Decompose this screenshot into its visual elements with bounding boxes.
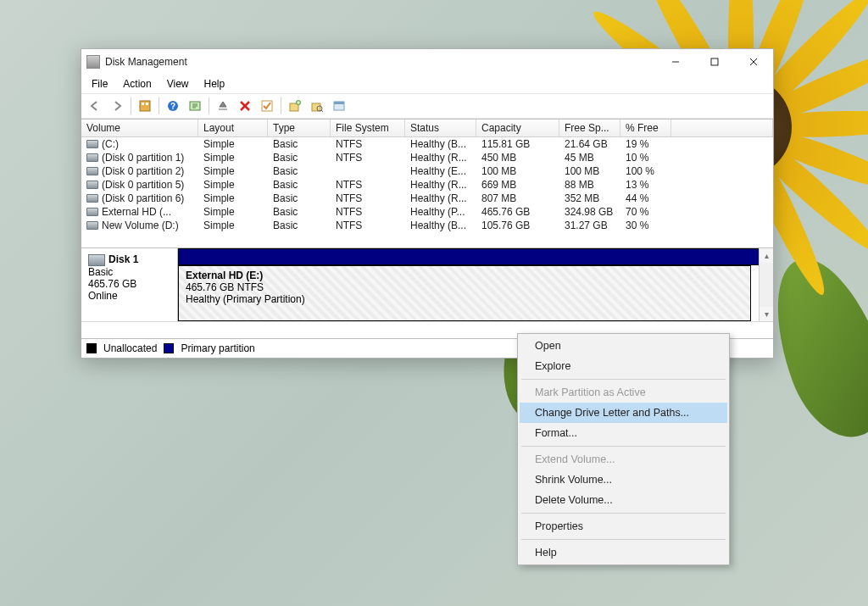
volume-cell: New Volume (D:) <box>81 219 198 232</box>
volume-cell: 105.76 GB <box>476 219 559 232</box>
volume-cell: Basic <box>268 178 331 192</box>
volume-cell: Basic <box>268 192 331 205</box>
volume-cell: 30 % <box>620 219 671 232</box>
disk-type: Basic <box>88 266 170 278</box>
volume-cell: Healthy (B... <box>405 137 476 151</box>
volume-cell: Simple <box>198 192 268 205</box>
volume-cell: 100 MB <box>476 164 559 178</box>
volume-cell: (Disk 0 partition 2) <box>81 164 198 178</box>
col-filesystem[interactable]: File System <box>331 120 405 136</box>
volume-cell: NTFS <box>331 219 405 232</box>
volume-cell: 31.27 GB <box>559 219 620 232</box>
volume-row[interactable]: External HD (...SimpleBasicNTFSHealthy (… <box>81 205 773 219</box>
volume-cell: 21.64 GB <box>559 137 620 151</box>
check-icon[interactable] <box>257 97 277 115</box>
menu-view[interactable]: View <box>160 76 196 92</box>
col-status[interactable]: Status <box>405 120 476 136</box>
volume-cell: NTFS <box>331 192 405 205</box>
volume-icon <box>86 140 98 148</box>
volume-cell <box>671 178 773 192</box>
volume-list: Volume Layout Type File System Status Ca… <box>81 119 773 232</box>
context-menu-item[interactable]: Properties <box>520 516 727 537</box>
search-icon[interactable] <box>307 97 327 115</box>
new-icon[interactable] <box>285 97 305 115</box>
context-menu-item: Mark Partition as Active <box>520 382 727 403</box>
partition-box[interactable]: External HD (E:) 465.76 GB NTFS Healthy … <box>178 265 751 321</box>
col-type[interactable]: Type <box>268 120 331 136</box>
volume-row[interactable]: (Disk 0 partition 1)SimpleBasicNTFSHealt… <box>81 151 773 164</box>
maximize-button[interactable] <box>695 49 734 75</box>
context-menu-item[interactable]: Format... <box>520 423 727 443</box>
volume-cell: 115.81 GB <box>476 137 559 151</box>
volume-cell: (Disk 0 partition 5) <box>81 178 198 192</box>
eject-icon[interactable] <box>213 97 233 115</box>
volume-row[interactable]: (Disk 0 partition 5)SimpleBasicNTFSHealt… <box>81 178 773 192</box>
volume-cell: NTFS <box>331 205 405 219</box>
svg-line-19 <box>321 110 323 112</box>
col-pctfree[interactable]: % Free <box>620 120 671 136</box>
context-menu-separator <box>521 446 726 447</box>
context-menu-item: Extend Volume... <box>520 449 727 470</box>
titlebar[interactable]: Disk Management <box>81 49 773 75</box>
volume-row[interactable]: (C:)SimpleBasicNTFSHealthy (B...115.81 G… <box>81 137 773 151</box>
menu-help[interactable]: Help <box>198 76 232 92</box>
volume-cell: External HD (... <box>81 205 198 219</box>
context-menu-item[interactable]: Change Drive Letter and Paths... <box>520 403 727 423</box>
partition-status: Healthy (Primary Partition) <box>186 293 743 305</box>
window-title: Disk Management <box>105 56 656 68</box>
volume-row[interactable]: (Disk 0 partition 6)SimpleBasicNTFSHealt… <box>81 192 773 205</box>
disk-info[interactable]: Disk 1 Basic 465.76 GB Online <box>81 248 178 321</box>
volume-cell: 19 % <box>620 137 671 151</box>
volume-cell: 352 MB <box>559 192 620 205</box>
context-menu-item[interactable]: Help <box>520 542 727 563</box>
help-icon[interactable]: ? <box>163 97 183 115</box>
properties-icon[interactable] <box>329 97 349 115</box>
col-capacity[interactable]: Capacity <box>476 120 559 136</box>
volume-cell: 10 % <box>620 151 671 164</box>
volume-cell <box>671 164 773 178</box>
settings-icon[interactable] <box>135 97 155 115</box>
menu-action[interactable]: Action <box>116 76 158 92</box>
back-button[interactable] <box>85 97 105 115</box>
context-menu-item[interactable]: Delete Volume... <box>520 490 727 510</box>
disk-management-window: Disk Management File Action View Help ? <box>81 48 774 359</box>
close-button[interactable] <box>734 49 773 75</box>
volume-cell: Simple <box>198 219 268 232</box>
partition-header-bar <box>178 248 773 265</box>
minimize-button[interactable] <box>656 49 695 75</box>
context-menu-item[interactable]: Open <box>520 336 727 356</box>
vertical-scrollbar[interactable]: ▴ ▾ <box>759 248 773 321</box>
disk-size: 465.76 GB <box>88 278 170 290</box>
app-icon <box>86 55 100 69</box>
svg-rect-1 <box>711 58 718 65</box>
col-volume[interactable]: Volume <box>81 120 198 136</box>
volume-cell: 100 MB <box>559 164 620 178</box>
context-menu-separator <box>521 379 726 380</box>
col-free[interactable]: Free Sp... <box>559 120 620 136</box>
volume-cell: (Disk 0 partition 6) <box>81 192 198 205</box>
menu-file[interactable]: File <box>85 76 114 92</box>
volume-cell: 669 MB <box>476 178 559 192</box>
scroll-down-icon[interactable]: ▾ <box>760 307 773 321</box>
forward-button[interactable] <box>107 97 127 115</box>
volume-row[interactable]: New Volume (D:)SimpleBasicNTFSHealthy (B… <box>81 219 773 232</box>
swatch-unallocated <box>86 343 97 353</box>
volume-list-header: Volume Layout Type File System Status Ca… <box>81 120 773 137</box>
volume-cell: Healthy (R... <box>405 192 476 205</box>
context-menu: OpenExploreMark Partition as ActiveChang… <box>517 333 730 565</box>
context-menu-item[interactable]: Explore <box>520 356 727 376</box>
volume-row[interactable]: (Disk 0 partition 2)SimpleBasicHealthy (… <box>81 164 773 178</box>
disk-status: Online <box>88 290 170 302</box>
col-layout[interactable]: Layout <box>198 120 268 136</box>
volume-cell: Simple <box>198 151 268 164</box>
volume-cell: (C:) <box>81 137 198 151</box>
volume-cell: Healthy (E... <box>405 164 476 178</box>
scroll-up-icon[interactable]: ▴ <box>760 248 773 263</box>
context-menu-item[interactable]: Shrink Volume... <box>520 470 727 490</box>
volume-cell: 100 % <box>620 164 671 178</box>
delete-icon[interactable] <box>235 97 255 115</box>
svg-rect-5 <box>142 103 144 105</box>
volume-cell <box>671 205 773 219</box>
refresh-icon[interactable] <box>185 97 205 115</box>
volume-cell <box>331 164 405 178</box>
